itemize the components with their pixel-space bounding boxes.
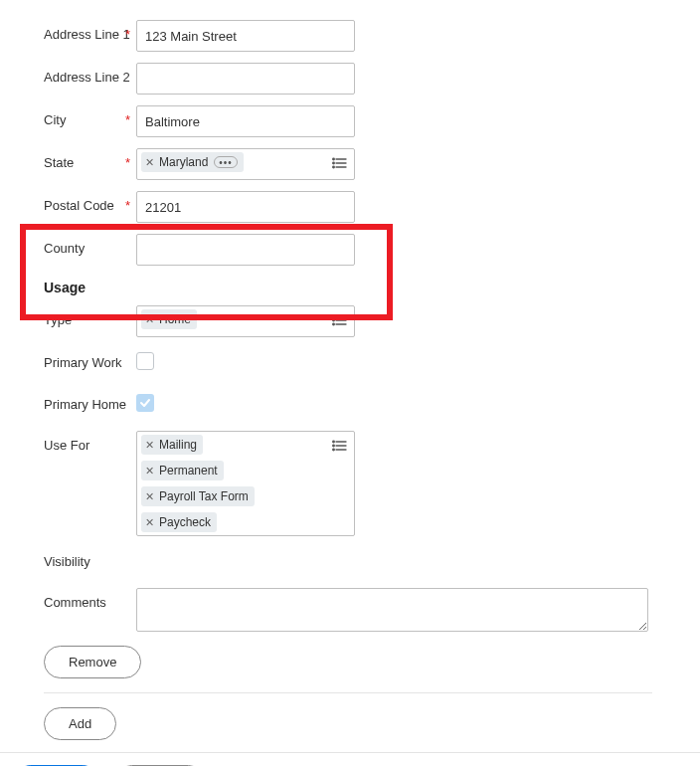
more-icon[interactable]: ••• (214, 156, 238, 168)
remove-chip-icon[interactable]: ✕ (145, 517, 154, 528)
svg-point-9 (333, 315, 335, 317)
required-asterisk: * (125, 27, 130, 42)
svg-point-4 (333, 162, 335, 164)
primary-work-label: Primary Work (44, 355, 121, 370)
usage-heading: Usage (44, 280, 700, 295)
svg-point-16 (333, 445, 335, 447)
required-asterisk: * (125, 312, 130, 327)
chip-label: Permanent (159, 464, 218, 478)
type-chip[interactable]: ✕ Home (141, 309, 197, 329)
required-asterisk: * (125, 155, 130, 170)
separator (44, 692, 652, 693)
remove-button[interactable]: Remove (44, 646, 141, 678)
svg-point-17 (333, 449, 335, 451)
type-label: Type (44, 312, 72, 327)
use-for-chip[interactable]: ✕Permanent (141, 461, 224, 480)
address-line2-label: Address Line 2 (44, 70, 130, 85)
svg-point-5 (333, 166, 335, 168)
chip-label: Payroll Tax Form (159, 489, 249, 503)
postal-label: Postal Code (44, 198, 114, 213)
state-multiselect[interactable]: ✕ Maryland ••• (136, 148, 355, 180)
use-for-chip[interactable]: ✕Mailing (141, 435, 203, 455)
comments-textarea[interactable] (136, 588, 648, 632)
remove-chip-icon[interactable]: ✕ (145, 314, 154, 325)
svg-point-15 (333, 441, 335, 443)
primary-work-checkbox[interactable] (136, 352, 154, 370)
city-input[interactable] (136, 105, 355, 137)
address-line1-input[interactable] (136, 20, 355, 52)
add-button[interactable]: Add (44, 707, 116, 740)
primary-home-label: Primary Home (44, 397, 126, 412)
type-multiselect[interactable]: ✕ Home (136, 305, 355, 337)
county-label: County (44, 241, 85, 256)
remove-chip-icon[interactable]: ✕ (145, 491, 154, 502)
list-select-icon[interactable] (332, 155, 348, 171)
address-line2-input[interactable] (136, 63, 355, 95)
state-label: State (44, 155, 74, 170)
remove-chip-icon[interactable]: ✕ (145, 440, 154, 451)
list-select-icon[interactable] (332, 438, 348, 454)
state-chip[interactable]: ✕ Maryland ••• (141, 152, 244, 172)
required-asterisk: * (125, 198, 130, 213)
use-for-chip[interactable]: ✕Paycheck (141, 512, 217, 532)
county-input[interactable] (136, 234, 355, 266)
svg-point-10 (333, 319, 335, 321)
required-asterisk: * (125, 112, 130, 127)
chip-label: Paycheck (159, 515, 211, 529)
address-line1-label: Address Line 1 (44, 27, 130, 42)
chip-label: Mailing (159, 438, 197, 452)
city-label: City (44, 112, 66, 127)
remove-chip-icon[interactable]: ✕ (145, 466, 154, 477)
use-for-chip[interactable]: ✕Payroll Tax Form (141, 486, 255, 506)
svg-point-11 (333, 323, 335, 325)
type-chip-label: Home (159, 312, 191, 326)
postal-input[interactable] (136, 191, 355, 223)
primary-home-checkbox[interactable] (136, 394, 154, 412)
svg-point-3 (333, 158, 335, 160)
state-chip-label: Maryland (159, 155, 208, 169)
use-for-label: Use For (44, 438, 89, 453)
use-for-multiselect[interactable]: ✕Mailing ✕Permanent ✕Payroll Tax Form ✕P… (136, 431, 355, 536)
list-select-icon[interactable] (332, 312, 348, 328)
visibility-label: Visibility (44, 554, 90, 569)
comments-label: Comments (44, 595, 106, 610)
remove-chip-icon[interactable]: ✕ (145, 157, 154, 168)
